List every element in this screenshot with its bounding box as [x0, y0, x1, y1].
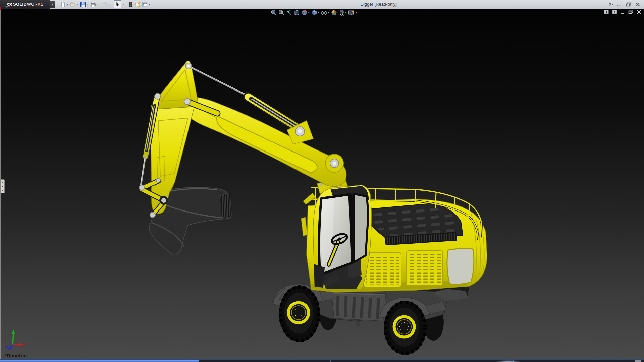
- taskbar-button[interactable]: [330, 360, 384, 362]
- rear-wheel: [384, 301, 426, 355]
- taskbar-highlight: [495, 360, 522, 362]
- apply-scene-icon: [338, 9, 345, 16]
- eyeglasses-icon: [320, 9, 328, 16]
- brand-text: SOLIDWORKS: [13, 2, 43, 7]
- cab-lower-corner: [314, 264, 325, 288]
- left-edge-red-notch: [0, 7, 1, 10]
- edit-appearance-button[interactable]: [331, 9, 337, 16]
- system-tray-stub[interactable]: [635, 360, 641, 362]
- panel-splitter-handle[interactable]: [1, 179, 5, 193]
- open-folder-icon: [70, 1, 76, 8]
- help-button[interactable]: ? ▾: [609, 2, 613, 7]
- section-view-button[interactable]: [293, 9, 300, 16]
- collapse-arrow-icon: [2, 189, 3, 191]
- minimize-button[interactable]: [617, 2, 622, 6]
- collapse-arrow-icon: [2, 185, 3, 187]
- select-cursor-icon: [114, 1, 121, 8]
- expand-right-pane-button[interactable]: [612, 10, 617, 14]
- new-document-button[interactable]: ▾: [59, 1, 69, 8]
- rear-window: [447, 248, 474, 284]
- zoom-to-fit-button[interactable]: [270, 9, 277, 16]
- hide-show-dropdown[interactable]: ▾: [328, 11, 329, 14]
- doc-minimize-button[interactable]: [621, 10, 625, 14]
- window-title: Digger [Read-only]: [151, 0, 606, 9]
- expand-left-pane-button[interactable]: [604, 10, 609, 14]
- select-tool-button[interactable]: [114, 0, 121, 8]
- checklist-icon: [142, 1, 148, 8]
- doc-close-button[interactable]: [637, 10, 641, 14]
- taskbar-button[interactable]: [513, 360, 628, 362]
- triad-x-label: X: [24, 343, 27, 347]
- 3d-viewport[interactable]: X Z: [0, 9, 644, 360]
- collapse-arrow-icon: [2, 182, 3, 184]
- triad-z-label: Z: [5, 344, 8, 349]
- traffic-light-icon: [127, 1, 134, 8]
- apply-scene-button[interactable]: ▾: [338, 9, 347, 16]
- undo-dropdown[interactable]: ▾: [108, 3, 111, 6]
- open-dropdown[interactable]: ▾: [76, 3, 79, 6]
- close-button[interactable]: [635, 2, 640, 6]
- save-dropdown[interactable]: ▾: [86, 3, 89, 6]
- undo-button[interactable]: ▾: [102, 1, 112, 8]
- printer-icon: [90, 1, 96, 8]
- save-button[interactable]: ▾: [79, 1, 90, 8]
- menu-expand-arrow[interactable]: ▸: [50, 1, 55, 8]
- help-icon: ?: [609, 2, 611, 7]
- title-bar: ƷS SOLIDWORKS ▸ ▾ ▾: [0, 0, 644, 9]
- select-tool-dropdown-button[interactable]: ▾: [121, 1, 125, 8]
- view-settings-dropdown[interactable]: ▾: [356, 11, 357, 14]
- main-toolbar: ▾ ▾ ▾: [59, 0, 151, 8]
- zoom-to-fit-icon: [270, 9, 277, 16]
- apply-scene-dropdown[interactable]: ▾: [345, 11, 347, 14]
- view-orientation-icon: [301, 9, 308, 16]
- options-dropdown[interactable]: ▾: [148, 3, 151, 6]
- excavator-model[interactable]: [139, 61, 487, 355]
- view-orientation-dropdown[interactable]: ▾: [308, 11, 310, 14]
- design-binder-button[interactable]: [134, 1, 141, 8]
- app-window-controls: ? ▾: [609, 2, 640, 7]
- display-style-dropdown[interactable]: ▾: [318, 11, 319, 14]
- heads-up-view-toolbar: ▾ ▾ ▾: [270, 9, 357, 16]
- display-style-icon: [311, 9, 318, 16]
- zoom-to-area-button[interactable]: [278, 9, 285, 16]
- front-wheel: [279, 286, 320, 342]
- taskbar-button[interactable]: [384, 360, 514, 362]
- save-floppy-icon: [80, 1, 86, 8]
- section-view-icon: [293, 9, 300, 16]
- undo-arrow-icon: [102, 1, 108, 8]
- restore-button[interactable]: [626, 2, 631, 7]
- cab-pillar: [351, 194, 353, 263]
- taskbar-sliver: [0, 359, 644, 362]
- taskbar-active-button[interactable]: [0, 360, 199, 362]
- new-dropdown[interactable]: ▾: [66, 3, 69, 6]
- rebuild-button[interactable]: [127, 1, 134, 8]
- view-orientation-button[interactable]: ▾: [301, 9, 310, 16]
- open-button[interactable]: ▾: [69, 1, 79, 8]
- view-orientation-label: *Dimetric: [5, 353, 27, 358]
- graphics-area[interactable]: X Z: [0, 9, 644, 360]
- view-settings-icon: [348, 9, 355, 16]
- print-button[interactable]: ▾: [90, 1, 100, 8]
- zoom-to-area-icon: [278, 9, 285, 16]
- previous-view-button[interactable]: [286, 9, 292, 16]
- appearance-ball-icon: [331, 9, 337, 16]
- new-document-icon: [60, 1, 66, 8]
- view-settings-button[interactable]: ▾: [348, 9, 357, 16]
- options-button[interactable]: ▾: [141, 1, 151, 8]
- doc-restore-button[interactable]: [628, 10, 633, 14]
- reference-triad: X Z: [5, 330, 27, 350]
- cab-mirror: [301, 217, 307, 236]
- display-style-button[interactable]: ▾: [311, 9, 320, 16]
- side-window: [354, 194, 368, 262]
- ds-logo-icon: ƷS: [6, 2, 12, 7]
- print-dropdown[interactable]: ▾: [96, 3, 99, 6]
- document-window-controls: [604, 10, 641, 14]
- help-dropdown[interactable]: ▾: [612, 3, 613, 6]
- previous-view-icon: [286, 9, 292, 16]
- select-dropdown[interactable]: ▾: [122, 3, 125, 6]
- hide-show-items-button[interactable]: ▾: [320, 9, 330, 16]
- note-pencil-icon: [135, 1, 141, 8]
- solidworks-logo: ƷS SOLIDWORKS: [0, 0, 50, 9]
